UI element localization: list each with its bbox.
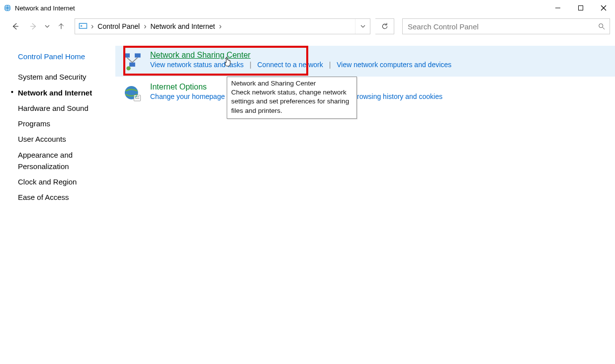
svg-line-17 <box>127 58 132 63</box>
address-dropdown-button[interactable] <box>355 19 370 34</box>
link-view-network-status[interactable]: View network status and tasks <box>150 61 244 69</box>
tooltip: Network and Sharing Center Check network… <box>227 77 357 119</box>
window: Network and Internet <box>0 0 615 364</box>
titlebar: Network and Internet <box>0 0 615 16</box>
sidebar-item-network-internet[interactable]: Network and Internet <box>18 85 109 100</box>
refresh-button[interactable] <box>375 18 394 34</box>
network-sharing-icon <box>122 52 142 72</box>
close-button[interactable] <box>592 0 615 16</box>
svg-rect-4 <box>579 6 583 10</box>
breadcrumb-separator[interactable]: › <box>143 22 147 31</box>
search-icon[interactable] <box>598 22 606 30</box>
tooltip-body: Check network status, change network set… <box>231 88 352 115</box>
sidebar-item-ease-access[interactable]: Ease of Access <box>18 189 109 205</box>
link-row: Change your homepage | Manage browser ad… <box>150 92 609 100</box>
category-network-sharing: Network and Sharing Center View network … <box>115 46 615 77</box>
category-internet-options: Internet Options Change your homepage | … <box>115 78 615 108</box>
address-bar[interactable]: › Control Panel › Network and Internet › <box>75 18 370 34</box>
link-network-sharing-center[interactable]: Network and Sharing Center <box>150 50 251 61</box>
sidebar-item-user-accounts[interactable]: User Accounts <box>18 131 109 147</box>
minimize-button[interactable] <box>546 0 569 16</box>
internet-options-icon <box>122 84 142 103</box>
app-icon <box>3 3 12 12</box>
svg-point-0 <box>4 4 11 11</box>
recent-locations-button[interactable] <box>43 18 52 35</box>
sidebar: Control Panel Home System and Security N… <box>0 37 115 364</box>
sidebar-item-hardware-sound[interactable]: Hardware and Sound <box>18 100 109 116</box>
breadcrumb-separator[interactable]: › <box>218 22 222 31</box>
breadcrumb-network-internet[interactable]: Network and Internet <box>147 19 218 34</box>
sidebar-item-programs[interactable]: Programs <box>18 116 109 131</box>
svg-point-19 <box>126 66 130 70</box>
maximize-button[interactable] <box>569 0 592 16</box>
svg-rect-14 <box>124 53 130 57</box>
sidebar-item-appearance[interactable]: Appearance and Personalization <box>18 147 88 175</box>
search-input[interactable] <box>407 22 598 31</box>
svg-line-18 <box>132 58 138 63</box>
tooltip-title: Network and Sharing Center <box>231 79 352 88</box>
link-change-homepage[interactable]: Change your homepage <box>150 92 225 100</box>
main-panel: Network and Sharing Center View network … <box>115 37 615 364</box>
sidebar-home[interactable]: Control Panel Home <box>18 49 109 64</box>
breadcrumb-separator[interactable]: › <box>90 22 94 31</box>
link-view-computers[interactable]: View network computers and devices <box>337 61 451 69</box>
svg-line-13 <box>603 27 605 29</box>
forward-button[interactable] <box>25 18 42 35</box>
sidebar-item-system-security[interactable]: System and Security <box>18 69 109 85</box>
svg-point-12 <box>599 24 603 28</box>
back-button[interactable] <box>7 18 24 35</box>
panel-icon <box>78 21 88 31</box>
svg-point-11 <box>81 25 82 27</box>
link-separator: | <box>325 61 335 69</box>
search-box[interactable] <box>402 18 610 34</box>
link-connect-network[interactable]: Connect to a network <box>257 61 323 69</box>
link-separator: | <box>246 61 256 69</box>
breadcrumb-control-panel[interactable]: Control Panel <box>94 19 143 34</box>
svg-rect-16 <box>129 63 135 67</box>
window-title: Network and Internet <box>15 4 75 12</box>
link-row: View network status and tasks | Connect … <box>150 61 609 69</box>
navbar: › Control Panel › Network and Internet › <box>0 16 615 37</box>
svg-rect-15 <box>135 53 141 57</box>
body: Control Panel Home System and Security N… <box>0 37 615 364</box>
up-button[interactable] <box>53 18 70 35</box>
svg-rect-21 <box>134 95 140 101</box>
link-internet-options[interactable]: Internet Options <box>150 82 207 92</box>
sidebar-item-clock-region[interactable]: Clock and Region <box>18 174 109 189</box>
